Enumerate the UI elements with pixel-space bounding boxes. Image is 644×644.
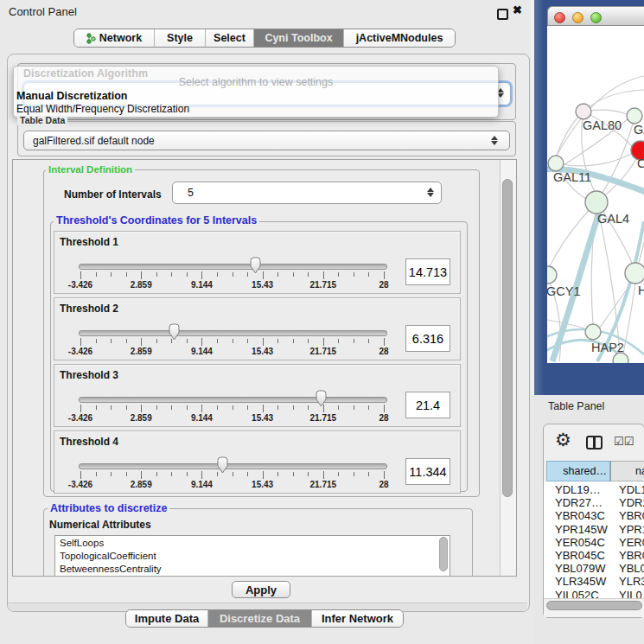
svg-text:HAP2: HAP2 <box>591 341 624 354</box>
slider-knob[interactable] <box>215 456 230 475</box>
svg-text:C: C <box>637 156 644 170</box>
tick-label: 21.715 <box>301 480 346 489</box>
tick-label: 2.859 <box>118 347 163 356</box>
tab-network[interactable]: Network <box>74 29 155 47</box>
tick-label: 2.859 <box>118 480 163 489</box>
thresholds-group-label: Threshold's Coordinates for 5 Intervals <box>54 215 259 226</box>
table-hscroll-thumb[interactable] <box>546 601 642 610</box>
slider-track[interactable] <box>79 463 387 469</box>
attributes-list-scrollbar[interactable] <box>439 537 448 571</box>
close-icon[interactable]: ✖ <box>513 3 522 16</box>
table-data-combobox-value: galFiltered.sif default node <box>33 135 155 147</box>
tick-label: 9.144 <box>179 347 224 356</box>
attributes-group-label: Attributes to discretize <box>48 503 169 513</box>
dropdown-placeholder: Select algorithm to view settings <box>14 76 498 88</box>
cell-name: YLR3 <box>619 575 644 588</box>
tick-label: -3.426 <box>58 347 103 356</box>
tab-jactivemnodules[interactable]: jActiveMNodules <box>344 29 455 47</box>
tick-label: 28 <box>361 347 406 356</box>
slider-knob[interactable] <box>248 256 263 275</box>
number-of-intervals-spinner[interactable]: 5 <box>172 182 442 204</box>
tick-label: 2.859 <box>118 413 163 423</box>
cell-name: YER0 <box>619 536 644 549</box>
dropdown-option[interactable]: Equal Width/Frequency Discretization <box>16 103 497 116</box>
control-panel-window: Control Panel ✖ NetworkStyleSelectCyni T… <box>0 0 534 644</box>
table-row[interactable]: YPR145WYPR1 <box>544 523 644 536</box>
slider-knob[interactable] <box>167 322 182 341</box>
split-view-icon[interactable] <box>586 436 603 450</box>
threshold-label: Threshold 4 <box>60 436 118 448</box>
slider-knob[interactable] <box>314 389 328 408</box>
table-row[interactable]: YDL19…YDL1 <box>544 483 644 496</box>
slider-track[interactable] <box>79 330 387 336</box>
table-header-name[interactable]: na <box>610 461 644 481</box>
table-row[interactable]: YER054CYER0 <box>544 536 644 549</box>
cell-shared-name: YPR145W <box>555 523 608 536</box>
select-columns-icon[interactable]: ☑☑ <box>614 435 634 448</box>
threshold-panel: Threshold 2-3.4262.8599.14415.4321.71528… <box>54 297 461 360</box>
algorithm-dropdown-popup: Select algorithm to view settings Manual… <box>13 66 499 118</box>
tick-label: 9.144 <box>179 413 224 423</box>
tick-label: 9.144 <box>179 480 224 489</box>
threshold-value-field[interactable]: 14.713 <box>405 258 450 285</box>
table-data-label: Table Data <box>17 116 67 125</box>
bottom-tab-bar: Impute DataDiscretize DataInfer Network <box>125 609 404 628</box>
list-item[interactable]: SelfLoops <box>60 538 104 548</box>
table-body: YDL19…YDL1YDR27…YDR2YBR043CYBR0YPR145WYP… <box>544 481 644 599</box>
zoom-traffic-light[interactable] <box>590 12 602 23</box>
slider-track[interactable] <box>79 397 387 403</box>
cell-shared-name: YBR045C <box>555 549 605 562</box>
table-row[interactable]: YLR345WYLR3 <box>544 575 644 588</box>
table-row[interactable]: YBL079WYBL0 <box>544 562 644 575</box>
list-item[interactable]: BetweennessCentrality <box>60 564 162 574</box>
slider-track[interactable] <box>79 264 387 270</box>
threshold-value-field[interactable]: 6.316 <box>405 325 450 352</box>
threshold-value-field[interactable]: 21.4 <box>405 392 450 418</box>
table-row[interactable]: YDR27…YDR2 <box>544 496 644 509</box>
table-row[interactable]: YBR043CYBR0 <box>544 509 644 522</box>
network-window-titlebar[interactable] <box>547 6 644 26</box>
svg-text:GAL11: GAL11 <box>553 170 591 184</box>
apply-button[interactable]: Apply <box>232 581 290 598</box>
cell-name: YBL0 <box>619 562 644 575</box>
minimize-traffic-light[interactable] <box>572 12 583 23</box>
tab-cyni-toolbox[interactable]: Cyni Toolbox <box>254 29 344 47</box>
float-window-icon[interactable] <box>497 9 508 20</box>
bottom-tab-discretize-data[interactable]: Discretize Data <box>208 610 312 627</box>
tick-label: 15.43 <box>240 413 285 423</box>
svg-text:GAL4: GAL4 <box>597 212 629 226</box>
dropdown-option[interactable]: Manual Discretization <box>16 90 497 103</box>
interval-definition-label: Interval Definition <box>46 164 135 175</box>
cell-name: YPR1 <box>619 523 644 536</box>
cell-shared-name: YER054C <box>555 536 605 549</box>
cell-shared-name: YLR345W <box>555 575 606 588</box>
tick-label: 28 <box>361 480 406 489</box>
tick-label: 21.715 <box>301 347 346 356</box>
tab-select[interactable]: Select <box>206 29 254 47</box>
network-graph[interactable]: GAL80GACGAL11GAL4GCY1HAHAP2 <box>547 26 644 363</box>
settings-gear-icon[interactable]: ⚙ <box>555 430 571 450</box>
table-header-shared[interactable]: shared… <box>546 461 610 481</box>
bottom-tab-infer-network[interactable]: Infer Network <box>312 610 403 627</box>
network-icon <box>86 33 96 44</box>
tick-label: 28 <box>361 413 406 423</box>
numerical-attributes-list[interactable]: SelfLoopsTopologicalCoefficientBetweenne… <box>54 535 450 577</box>
table-panel-title: Table Panel <box>548 400 604 412</box>
bottom-tab-impute-data[interactable]: Impute Data <box>126 610 208 627</box>
scrollbar-thumb[interactable] <box>502 179 513 497</box>
tick-label: -3.426 <box>58 480 103 489</box>
tab-style[interactable]: Style <box>155 29 206 47</box>
table-row[interactable]: YBR045CYBR0 <box>544 549 644 562</box>
svg-text:HA: HA <box>638 284 644 297</box>
network-canvas[interactable]: GAL80GACGAL11GAL4GCY1HAHAP2 <box>547 26 644 363</box>
close-traffic-light[interactable] <box>554 12 565 23</box>
number-of-intervals-label: Number of Intervals <box>64 188 162 201</box>
tick-label: 15.43 <box>240 347 285 356</box>
list-item[interactable]: TopologicalCoefficient <box>60 551 156 561</box>
numerical-attributes-label: Numerical Attributes <box>49 519 151 531</box>
table-data-combobox[interactable]: galFiltered.sif default node <box>23 131 510 150</box>
threshold-value-field[interactable]: 11.344 <box>405 458 450 485</box>
tick-label: -3.426 <box>58 413 103 423</box>
cell-shared-name: YBR043C <box>555 509 605 522</box>
threshold-label: Threshold 3 <box>60 369 118 381</box>
